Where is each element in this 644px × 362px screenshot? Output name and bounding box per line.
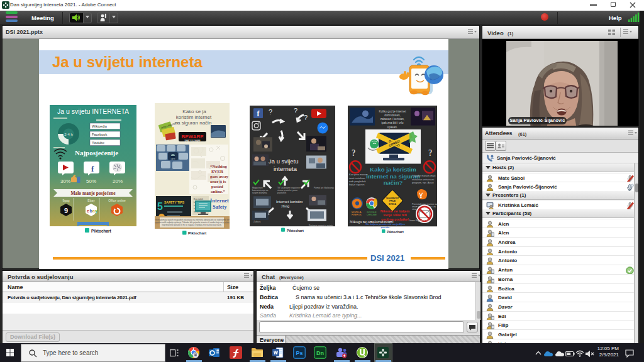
svg-text:?: ? [304,114,308,121]
svg-text:način?: način? [384,179,403,186]
svg-text:CHROME: CHROME [367,214,377,216]
svg-text:ipak zna biti i vrlo: ipak zna biti i vrlo [381,121,404,124]
svg-text:Evo nekih: Evo nekih [194,198,203,200]
svg-text:FIREFOX: FIREFOX [352,214,362,216]
svg-text:30%: 30% [60,178,70,184]
svg-text:svoje slike niti: svoje slike niti [383,213,407,217]
svg-text:interneta: interneta [274,165,297,172]
svg-text:SVEGA: SVEGA [389,203,396,206]
svg-text:Ja u svijetu INTERNETA: Ja u svijetu INTERNETA [57,107,129,115]
svg-text:?: ? [294,106,297,114]
svg-text:y: y [95,209,97,214]
svg-text:Facebook: Facebook [92,133,107,136]
svg-text:Nikome ne šaljem: Nikome ne šaljem [380,209,409,213]
svg-text:SAFETY TIPS: SAFETY TIPS [164,200,185,204]
svg-text:Ps: Ps [296,350,303,356]
svg-text:Koliko god je internet: Koliko god je internet [379,110,407,113]
svg-text:9: 9 [64,207,68,214]
svg-text:Internet koristim: Internet koristim [276,199,303,204]
svg-text:?: ? [428,148,432,158]
svg-text:Dn: Dn [316,350,324,356]
svg-text:Youtube: Youtube [92,141,104,145]
svg-text:zbog: zbog [281,204,290,208]
svg-text:dobrodošan,: dobrodošan, [384,114,401,117]
svg-text:koji je siguran.: koji je siguran. [349,183,365,186]
svg-text:Ivana Grgurević 2.b: Ivana Grgurević 2.b [409,219,429,222]
svg-text:svojim bližnjima: svojim bližnjima [252,192,267,194]
svg-text:Wikipedia: Wikipedia [92,124,108,128]
svg-text:5: 5 [157,201,163,212]
svg-text:Najposjećenije: Najposjećenije [75,149,118,156]
svg-text:Zabava: Zabava [253,221,260,223]
svg-text:poruke.: poruke. [380,226,390,229]
svg-text:Piktochart: Piktochart [188,231,206,235]
svg-text:koristim internet: koristim internet [176,114,212,120]
svg-text:posted: posted [211,184,223,189]
svg-text:?: ? [269,107,272,115]
svg-text:e: e [87,209,89,213]
svg-text:goes away: goes away [210,174,229,178]
svg-text:WHAT YOU SHARE: WHAT YOU SHARE [184,140,200,142]
svg-text:Piktochart: Piktochart [387,230,404,234]
svg-text:opasan.: opasan. [387,126,397,129]
svg-text:?: ? [352,148,355,158]
svg-text:f: f [91,164,94,173]
svg-text:50%: 50% [86,178,96,184]
svg-text:Malo manje posjećene: Malo manje posjećene [70,190,116,196]
svg-text:pozitivnih: pozitivnih [277,192,286,194]
svg-text:SAFE: SAFE [170,158,175,160]
svg-text:na siguran način: na siguran način [175,120,212,126]
svg-text:Ebay: Ebay [87,199,95,202]
svg-text:Piktochart: Piktochart [287,229,304,233]
svg-text:Safety: Safety [213,204,227,210]
svg-text:2-4 h: 2-4 h [64,133,73,136]
svg-text:Pomoć pri školovanju: Pomoć pri školovanju [314,187,334,189]
svg-text:program, npr. Avast: program, npr. Avast [412,181,434,184]
svg-text:Piktochart: Piktochart [91,229,112,233]
svg-text:EVER: EVER [211,169,223,173]
svg-text:Kako se ja: Kako se ja [182,109,206,114]
svg-text:“Nothing: “Nothing [210,164,227,168]
svg-text:Ja u svijetu: Ja u svijetu [269,158,298,165]
svg-text:Office online: Office online [108,199,126,202]
svg-text:online.”: online.” [211,189,225,194]
svg-text:zabavan i koristan,: zabavan i koristan, [380,118,404,121]
svg-text:20%: 20% [113,178,123,184]
svg-text:neprimjerene poruke ili mi se: neprimjerene poruke ili mi se rugala i v… [162,224,222,226]
svg-text:Internet: Internet [210,197,229,204]
svg-text:once it is: once it is [210,179,226,184]
svg-text:9gag: 9gag [62,199,69,202]
